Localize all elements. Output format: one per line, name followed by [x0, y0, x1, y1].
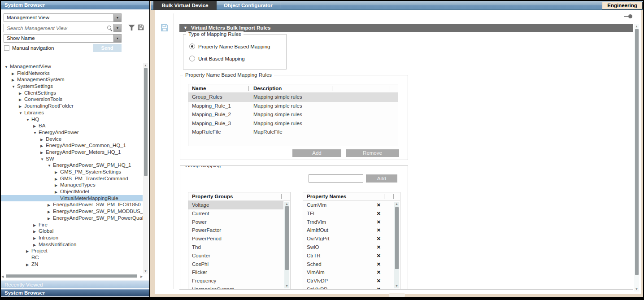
tree-item[interactable]: ▶GMS_PM_SystemSettings: [1, 169, 143, 175]
column-resize-handle[interactable]: [393, 194, 394, 199]
tree-hscrollbar-thumb[interactable]: [6, 274, 137, 278]
delete-icon[interactable]: ✕: [377, 209, 381, 218]
tree-item[interactable]: ▶Project: [1, 248, 143, 254]
table-row[interactable]: Mapping_Rule_1Mapping simple rules: [188, 102, 398, 111]
column-resize-handle[interactable]: [384, 194, 384, 199]
send-button[interactable]: Send: [93, 44, 122, 52]
pin-icon[interactable]: [624, 14, 632, 18]
tree-item[interactable]: ▶ConversionTools: [1, 96, 143, 103]
list-item[interactable]: Frequency: [188, 277, 283, 285]
list-item[interactable]: TFl✕: [303, 209, 393, 218]
radio-unselected-icon[interactable]: [189, 56, 195, 61]
delete-icon[interactable]: ✕: [377, 268, 381, 277]
list-item[interactable]: CtrTR✕: [303, 252, 393, 260]
tree-collapse-icon[interactable]: ▼: [33, 130, 39, 137]
tree-vertical-scrollbar[interactable]: ▲ ▼: [143, 63, 148, 274]
tree-item[interactable]: ▼EnergyAndPower: [1, 129, 143, 136]
tree-item[interactable]: ▶Global: [1, 228, 143, 235]
recently-viewed-bar[interactable]: Recently Viewed: [1, 280, 149, 288]
save-search-icon[interactable]: [138, 24, 144, 30]
tree-item[interactable]: ▼ManagementView: [1, 63, 143, 70]
tree-item[interactable]: ▶EnergyAndPower_SW_PM_IEC61850_HQ_1: [1, 201, 143, 208]
list-item[interactable]: Sched✕: [303, 260, 393, 269]
list-item[interactable]: CumVlm✕: [303, 201, 393, 209]
group-mapping-add-button[interactable]: Add: [366, 174, 397, 183]
column-resize-handle[interactable]: [248, 86, 249, 91]
tree-item[interactable]: ▶Fire: [1, 222, 143, 228]
tree-item[interactable]: ▶EnergyAndPower_Common_HQ_1: [1, 142, 143, 149]
scroll-left-icon[interactable]: ◀: [1, 274, 4, 279]
tree-item[interactable]: ▶Intrusion: [1, 235, 143, 241]
collapse-triangle-icon[interactable]: ▼: [183, 26, 187, 30]
table-row[interactable]: Group_RulesMapping simple rules: [188, 93, 398, 102]
column-resize-handle[interactable]: [272, 194, 272, 199]
system-browser-bottom-bar[interactable]: System Browser: [1, 289, 149, 296]
engineering-mode-button[interactable]: Engineering: [602, 2, 643, 9]
scroll-up-icon[interactable]: ▲: [284, 202, 289, 206]
rules-remove-button[interactable]: Remove: [346, 149, 399, 157]
delete-icon[interactable]: ✕: [377, 277, 381, 285]
property-names-header-label[interactable]: Property Names: [307, 194, 346, 199]
save-button[interactable]: [161, 24, 169, 32]
tree-collapse-icon[interactable]: ▼: [48, 163, 53, 170]
tree-item[interactable]: ▶Device: [1, 136, 143, 143]
scroll-up-icon[interactable]: ▲: [394, 202, 399, 206]
delete-icon[interactable]: ✕: [377, 218, 381, 226]
radio-selected-icon[interactable]: [189, 43, 195, 49]
chevron-down-icon[interactable]: ▼: [113, 35, 121, 42]
tree-item[interactable]: ▶ZN: [1, 261, 143, 268]
delete-icon[interactable]: ✕: [377, 226, 381, 235]
tree-item[interactable]: ▶ClientSettings: [1, 90, 143, 96]
scroll-down-icon[interactable]: ▼: [143, 269, 148, 274]
table-row[interactable]: Mapping_Rule_3Mapping simple rules: [188, 119, 398, 128]
rules-add-button[interactable]: Add: [292, 149, 341, 157]
delete-icon[interactable]: ✕: [377, 235, 381, 243]
tree-collapse-icon[interactable]: ▼: [4, 64, 10, 71]
list-item[interactable]: Current: [188, 209, 283, 218]
list-item[interactable]: PowerPeriod: [188, 235, 283, 243]
tree-item[interactable]: ▶ManagementSystem: [1, 76, 143, 83]
list-item[interactable]: HarmonicsCurrent: [188, 285, 283, 289]
list-item[interactable]: Power: [188, 218, 283, 226]
chevron-down-icon[interactable]: ▼: [113, 14, 121, 22]
scroll-up-icon[interactable]: ▲: [634, 24, 639, 29]
groups-scrollbar-thumb[interactable]: [285, 206, 289, 270]
tree-horizontal-scrollbar[interactable]: ◀ ▶: [1, 274, 149, 278]
list-item[interactable]: PowerFactor: [188, 226, 283, 235]
tree-expand-icon[interactable]: ▶: [26, 262, 31, 269]
list-item[interactable]: OvrVtgPrt✕: [303, 235, 393, 243]
delete-icon[interactable]: ✕: [377, 252, 381, 260]
group-mapping-input[interactable]: [309, 174, 363, 183]
scroll-up-icon[interactable]: ▲: [143, 63, 148, 68]
tab-object-configurator[interactable]: Object Configurator: [219, 1, 277, 10]
delete-icon[interactable]: ✕: [377, 201, 381, 209]
names-scrollbar-thumb[interactable]: [395, 207, 399, 269]
tree-scrollbar-thumb[interactable]: [144, 68, 148, 176]
list-item[interactable]: CosPhi: [188, 260, 283, 269]
section-header[interactable]: ▼ Virtual Meters Bulk Import Rules: [179, 24, 633, 32]
main-scrollbar-thumb[interactable]: [635, 29, 639, 275]
column-resize-handle[interactable]: [332, 86, 332, 91]
table-row[interactable]: MapRuleFileMapRuleFile: [188, 128, 398, 137]
tree-item[interactable]: ▶JournalingRootFolder: [1, 103, 143, 109]
search-input[interactable]: [7, 24, 101, 32]
column-header-name[interactable]: Name: [192, 84, 206, 93]
tree-item[interactable]: ▶EnergyAndPower_SW_PM_MODBUS_HQ_1: [1, 208, 143, 215]
tree-item[interactable]: ▶EnergyAndPower_Meters_HQ_1: [1, 149, 143, 156]
table-row[interactable]: Mapping_Rule_2Mapping simple rules: [188, 110, 398, 119]
names-scrollbar[interactable]: ▲ ▼: [394, 202, 399, 288]
list-item[interactable]: TrndVlm✕: [303, 218, 393, 226]
tree-item[interactable]: ▼Libraries: [1, 109, 143, 116]
scroll-down-icon[interactable]: ▼: [634, 287, 639, 291]
list-item[interactable]: SpVlvDP✕: [303, 285, 393, 289]
display-mode-dropdown[interactable]: Show Name ▼: [4, 34, 122, 43]
list-item[interactable]: Voltage: [188, 201, 283, 209]
tree-item[interactable]: RC: [1, 254, 143, 261]
tree-item[interactable]: ▶EnergyAndPower_SW_PM_PowerQuality_HQ_: [1, 215, 143, 222]
tree-item[interactable]: ▼HQ: [1, 116, 143, 123]
tree-item[interactable]: ▶GMS_PM_TransferCommand: [1, 175, 143, 182]
scroll-right-icon[interactable]: ▶: [140, 274, 143, 279]
tab-bulk-virtual-device-import[interactable]: Bulk Virtual Device Import: [153, 1, 217, 10]
tree-collapse-icon[interactable]: ▼: [40, 157, 46, 163]
view-selector-dropdown[interactable]: Management View ▼: [4, 13, 122, 22]
